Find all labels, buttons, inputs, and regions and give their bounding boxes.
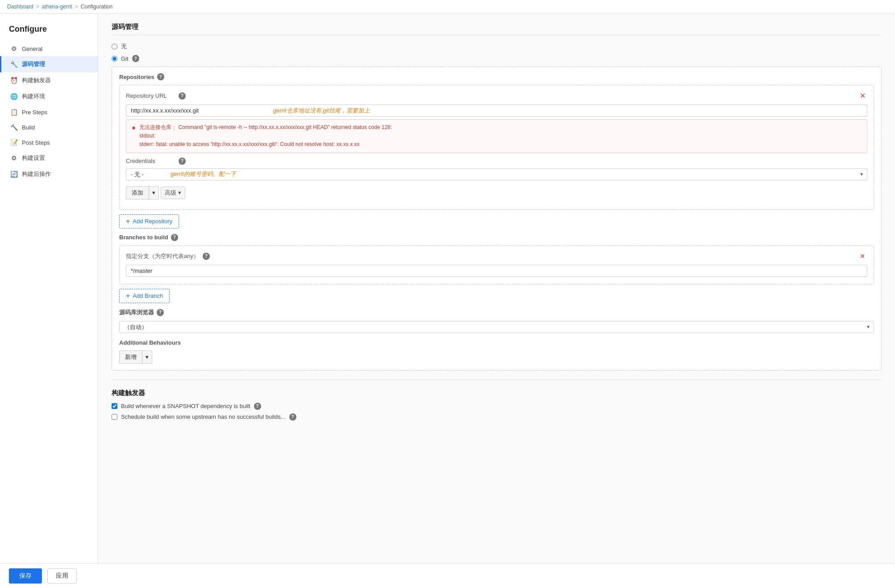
breadcrumb-sep1: > <box>36 4 39 10</box>
sidebar-title: Configure <box>0 21 98 41</box>
add-repository-btn[interactable]: + Add Repository <box>119 214 179 229</box>
recycle-icon: 🔄 <box>10 171 17 178</box>
sidebar-label-general: General <box>22 46 42 52</box>
branch-specifier-row: 指定分支（为空时代表any） ? ✕ <box>126 251 867 261</box>
repositories-label: Repositories <box>119 74 154 80</box>
credentials-select[interactable]: - 无 - <box>126 168 867 180</box>
apply-button[interactable]: 应用 <box>47 568 77 584</box>
trigger1-help-icon[interactable]: ? <box>254 403 261 410</box>
sidebar-item-pre-steps[interactable]: 📋 Pre Steps <box>0 104 98 120</box>
repo-url-row: Repository URL ? ✕ <box>126 91 867 101</box>
credentials-input-wrapper: - 无 - gerrit的账号密码。配一下 <box>126 168 867 180</box>
sidebar-item-build-env[interactable]: 🌐 构建环境 <box>0 88 98 104</box>
add-credentials-btn[interactable]: 添加 <box>126 186 149 200</box>
footer-bar: 保存 应用 <box>0 563 895 586</box>
radio-none-group: 无 <box>112 42 882 50</box>
sidebar-item-general[interactable]: ⚙ General <box>0 41 98 56</box>
repo-url-help-icon[interactable]: ? <box>179 92 186 100</box>
trigger-checkbox1-label[interactable]: Build whenever a SNAPSHOT dependency is … <box>121 403 250 409</box>
trigger-checkbox1[interactable] <box>112 403 117 409</box>
branches-label: Branches to build <box>119 234 168 241</box>
git-help-icon[interactable]: ? <box>132 55 139 62</box>
branch-value-row <box>126 265 867 277</box>
sidebar-item-post-build[interactable]: 🔄 构建后操作 <box>0 166 98 182</box>
credentials-hint: gerrit的账号密码。配一下 <box>171 170 236 178</box>
sidebar: Configure ⚙ General 🔧 源码管理 ⏰ 构建触发器 🌐 构建环… <box>0 14 98 586</box>
sidebar-item-build-trigger[interactable]: ⏰ 构建触发器 <box>0 72 98 88</box>
branch-specifier-help-icon[interactable]: ? <box>203 253 210 260</box>
source-browser-label-row: 源码库浏览器 ? <box>119 309 874 317</box>
breadcrumb-project[interactable]: athena-gerrit <box>42 4 72 10</box>
sidebar-label-post-build: 构建后操作 <box>22 170 51 178</box>
add-credentials-caret[interactable]: ▾ <box>149 186 159 200</box>
add-branch-btn[interactable]: + Add Branch <box>119 289 170 303</box>
sidebar-item-build-settings[interactable]: ⚙ 构建设置 <box>0 150 98 166</box>
sidebar-label-build: Build <box>22 124 35 131</box>
error-text: 无法连接仓库： Command "git ls-remote -h -- htt… <box>139 123 392 149</box>
new-behaviour-caret[interactable]: ▾ <box>142 350 152 364</box>
radio-none-label[interactable]: 无 <box>121 42 127 50</box>
sidebar-label-pre-steps: Pre Steps <box>22 109 47 116</box>
radio-none[interactable] <box>112 44 117 50</box>
error-title: 无法连接仓库： <box>139 124 177 130</box>
radio-git-label[interactable]: Git <box>121 55 129 62</box>
breadcrumb: Dashboard > athena-gerrit > Configuratio… <box>0 0 895 14</box>
add-repository-label: Add Repository <box>133 218 172 225</box>
breadcrumb-current: Configuration <box>81 4 112 10</box>
section-title: 源码管理 <box>112 23 882 35</box>
error-banner: ● 无法连接仓库： Command "git ls-remote -h -- h… <box>126 119 867 153</box>
repositories-help-icon[interactable]: ? <box>157 73 164 80</box>
source-browser-help-icon[interactable]: ? <box>157 309 164 316</box>
additional-behaviours-label: Additional Behaviours <box>119 339 181 346</box>
globe-icon: 🌐 <box>10 93 17 100</box>
branches-container: 指定分支（为空时代表any） ? ✕ <box>119 246 874 284</box>
repo-url-label: Repository URL <box>126 92 175 99</box>
add-branch-label: Add Branch <box>133 292 163 299</box>
error-command: Command "git ls-remote -h -- http://xx.x… <box>178 124 392 130</box>
credentials-help-icon[interactable]: ? <box>179 158 186 165</box>
repositories-container: Repositories ? Repository URL ? ✕ gerrit… <box>112 67 882 371</box>
clipboard-icon: 📋 <box>10 108 17 116</box>
repo-card: Repository URL ? ✕ gerrit仓库地址没有.git结尾，需要… <box>119 85 874 210</box>
additional-behaviours-label-row: Additional Behaviours <box>119 339 874 346</box>
sidebar-label-source-management: 源码管理 <box>22 60 45 68</box>
sidebar-label-build-settings: 构建设置 <box>22 154 45 162</box>
repo-url-input[interactable] <box>126 104 867 117</box>
clock-icon: ⏰ <box>10 77 17 84</box>
advanced-label: 高级 <box>165 189 176 197</box>
credentials-row: Credentials ? <box>126 158 867 165</box>
source-browser-label: 源码库浏览器 <box>119 309 154 317</box>
breadcrumb-sep2: > <box>75 4 78 10</box>
credentials-label: Credentials <box>126 158 175 164</box>
settings-icon: ⚙ <box>10 154 17 162</box>
remove-repo-btn[interactable]: ✕ <box>858 91 867 101</box>
branches-help-icon[interactable]: ? <box>171 234 178 241</box>
branch-specifier-input[interactable] <box>126 265 867 277</box>
trigger-section: 构建触发器 Build whenever a SNAPSHOT dependen… <box>112 389 882 421</box>
section-divider <box>112 379 882 380</box>
repo-url-input-wrapper: gerrit仓库地址没有.git结尾，需要加上 <box>126 104 867 117</box>
radio-git-group: Git ? <box>112 55 882 62</box>
error-circle-icon: ● <box>132 124 136 131</box>
remove-branch-btn[interactable]: ✕ <box>858 251 867 261</box>
trigger2-help-icon[interactable]: ? <box>289 413 296 421</box>
branch-specifier-label: 指定分支（为空时代表any） <box>126 252 199 260</box>
new-behaviour-btn-group: 新增 ▾ <box>119 350 152 364</box>
sidebar-label-build-env: 构建环境 <box>22 92 45 100</box>
trigger-checkbox2-label[interactable]: Schedule build when some upstream has no… <box>121 413 286 420</box>
source-browser-select[interactable]: （自动） <box>119 321 874 333</box>
plus-icon: + <box>126 217 130 225</box>
trigger-checkbox2[interactable] <box>112 414 117 420</box>
breadcrumb-dashboard[interactable]: Dashboard <box>7 4 33 10</box>
main-content: 源码管理 无 Git ? Repositories ? Repository U… <box>98 14 895 586</box>
save-button[interactable]: 保存 <box>9 568 42 584</box>
chevron-down-icon: ▾ <box>178 189 181 196</box>
sidebar-item-source-management[interactable]: 🔧 源码管理 <box>0 56 98 72</box>
sidebar-item-build[interactable]: 🔨 Build <box>0 120 98 135</box>
new-behaviour-btn[interactable]: 新增 <box>119 350 142 364</box>
sidebar-label-post-steps: Post Steps <box>22 139 50 146</box>
radio-git[interactable] <box>112 56 117 62</box>
advanced-toggle-btn[interactable]: 高级 ▾ <box>161 187 185 199</box>
sidebar-item-post-steps[interactable]: 📝 Post Steps <box>0 135 98 150</box>
trigger-checkbox2-row: Schedule build when some upstream has no… <box>112 413 882 421</box>
